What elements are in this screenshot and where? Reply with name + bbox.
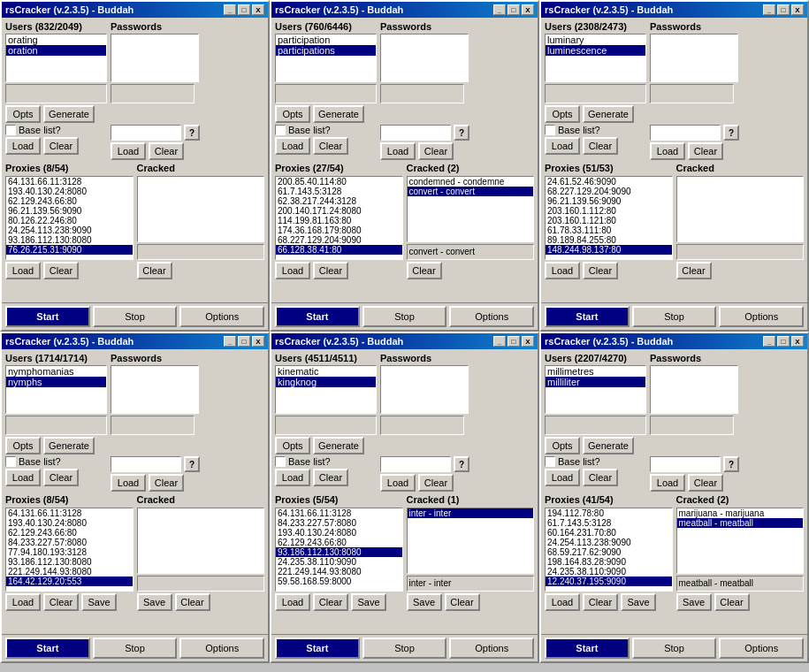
pwd-load-button[interactable]: Load [380,474,416,492]
cracked-list[interactable] [137,176,265,242]
proxies-clear-button[interactable]: Clear [583,262,618,279]
proxies-list-item[interactable]: 93.186.112.130:8080 [6,557,133,567]
proxies-list-item[interactable]: 62.129.243.66:80 [276,538,402,547]
pwd-clear-button[interactable]: Clear [688,474,723,492]
users-list-item[interactable]: luminary [546,34,645,45]
passwords-list[interactable] [380,34,469,82]
users-list-item[interactable]: participations [276,45,376,56]
pwd-clear-button[interactable]: Clear [149,142,184,160]
generate-button[interactable]: Generate [583,105,634,123]
passwords-list[interactable] [111,34,199,82]
proxies-load-button[interactable]: Load [275,593,310,611]
cracked-input[interactable]: convert - convert [407,244,535,260]
proxies-list-item[interactable]: 93.186.112.130:8080 [6,235,133,245]
clear-button[interactable]: Clear [43,469,79,486]
start-button[interactable]: Start [275,638,360,659]
opts-button[interactable]: Opts [275,105,310,123]
proxies-save-button[interactable]: Save [351,593,386,611]
passwords-list[interactable] [111,365,199,414]
proxies-list-item[interactable]: 76.26.215.31:9090 [6,245,133,255]
options-button[interactable]: Options [179,306,264,327]
proxies-save-button[interactable]: Save [81,593,117,611]
base-list-checkbox[interactable] [545,125,555,135]
passwords-mid-input[interactable] [380,84,464,103]
question-button[interactable]: ? [184,456,200,472]
users-list[interactable]: nymphomaniasnymphs [5,365,107,414]
users-mid-input[interactable] [5,416,107,435]
proxies-list[interactable]: 24.61.52.46:909068.227.129.204:909096.21… [545,176,673,260]
stop-button[interactable]: Stop [93,638,178,659]
base-list-checkbox[interactable] [275,456,286,467]
stop-button[interactable]: Stop [93,306,178,327]
close-btn[interactable]: X [522,4,534,15]
proxies-list-item[interactable]: 64.131.66.11:3128 [6,508,133,518]
restore-btn[interactable]: □ [238,4,250,15]
generate-button[interactable]: Generate [43,105,95,123]
cracked-input[interactable] [137,576,265,592]
users-list-item[interactable]: participation [276,34,376,45]
users-list[interactable]: participationparticipations [275,34,377,82]
proxies-list-item[interactable]: 12.240.37.195:9090 [546,577,672,586]
proxies-list-item[interactable]: 62.129.243.66:80 [6,196,133,206]
proxies-list-item[interactable]: 203.160.1.112:80 [546,206,672,216]
proxies-list-item[interactable]: 68.227.129.204:9090 [546,187,672,196]
options-button[interactable]: Options [719,638,804,659]
pwd-load-button[interactable]: Load [650,142,685,160]
proxies-list-item[interactable]: 193.40.130.24:8080 [276,528,402,538]
proxies-list[interactable]: 64.131.66.11:3128193.40.130.24:808062.12… [5,508,134,592]
proxies-list-item[interactable]: 221.249.144.93:8080 [276,567,402,577]
generate-button[interactable]: Generate [583,437,634,454]
restore-btn[interactable]: □ [508,336,520,347]
passwords-list[interactable] [650,34,738,82]
proxies-clear-button[interactable]: Clear [583,593,618,611]
minimize-btn[interactable]: _ [493,4,506,15]
cracked-input[interactable] [137,244,265,260]
opts-button[interactable]: Opts [275,437,310,454]
cracked-input[interactable] [676,244,805,260]
close-btn[interactable]: X [252,336,264,347]
proxies-list-item[interactable]: 24.61.52.46:9090 [546,177,672,187]
opts-button[interactable]: Opts [545,437,580,454]
users-list-item[interactable]: kingknog [276,377,376,387]
cracked-save-button[interactable]: Save [137,593,172,611]
cracked-clear-button[interactable]: Clear [714,593,750,611]
restore-btn[interactable]: □ [777,4,790,15]
start-button[interactable]: Start [545,306,630,327]
users-list-item[interactable]: oration [6,45,106,56]
proxies-list-item[interactable]: 64.131.66.11:3128 [276,508,402,518]
cracked-list[interactable]: marijuana - marijuanameatball - meatball [676,508,805,574]
pwd-input-small[interactable] [650,125,721,141]
base-list-checkbox[interactable] [275,125,286,135]
proxies-list-item[interactable]: 96.21.139.56:9090 [546,196,672,206]
proxies-list-item[interactable]: 62.38.217.244:3128 [276,196,402,206]
question-button[interactable]: ? [184,125,200,141]
proxies-load-button[interactable]: Load [5,593,41,611]
cracked-clear-button[interactable]: Clear [676,262,712,279]
proxies-list-item[interactable]: 193.40.130.24:8080 [6,187,133,196]
proxies-load-button[interactable]: Load [545,262,580,279]
pwd-load-button[interactable]: Load [650,474,685,492]
passwords-mid-input[interactable] [111,416,195,435]
proxies-clear-button[interactable]: Clear [43,262,79,279]
proxies-list-item[interactable]: 66.128.38.41:80 [276,245,402,255]
minimize-btn[interactable]: _ [763,336,775,347]
proxies-list-item[interactable]: 84.233.227.57:8080 [6,538,133,547]
generate-button[interactable]: Generate [313,105,364,123]
users-list[interactable]: luminaryluminescence [545,34,646,82]
proxies-list-item[interactable]: 221.249.144.93:8080 [6,567,133,577]
proxies-list[interactable]: 64.131.66.11:312884.233.227.57:8080193.4… [275,508,403,592]
proxies-clear-button[interactable]: Clear [43,593,79,611]
proxies-list-item[interactable]: 198.164.83.28:9090 [546,557,672,567]
options-button[interactable]: Options [719,306,804,327]
pwd-clear-button[interactable]: Clear [418,474,454,492]
passwords-list[interactable] [650,365,738,414]
proxies-list[interactable]: 200.85.40.114:8061.7.143.5:312862.38.217… [275,176,403,260]
base-list-checkbox[interactable] [545,456,555,467]
proxies-list-item[interactable]: 61.78.33.111:80 [546,225,672,235]
cracked-list-item[interactable]: inter - inter [408,508,534,518]
proxies-list-item[interactable]: 62.129.243.66:80 [6,528,133,538]
clear-button[interactable]: Clear [583,469,618,486]
minimize-btn[interactable]: _ [763,4,775,15]
clear-button[interactable]: Clear [583,137,618,155]
clear-button[interactable]: Clear [43,137,79,155]
